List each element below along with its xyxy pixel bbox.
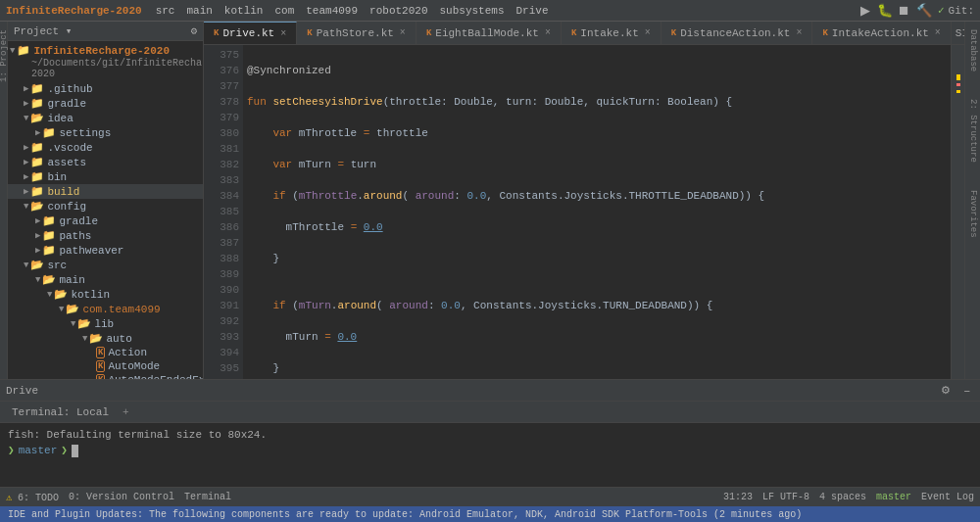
folder-icon: 📁: [30, 141, 44, 154]
tree-item-label: .vscode: [47, 142, 92, 154]
tree-item-vscode[interactable]: ▶ 📁 .vscode: [8, 140, 203, 155]
kt-tab-icon: K: [671, 28, 676, 38]
tab-distanceaction-kt[interactable]: K DistanceAction.kt ×: [662, 22, 813, 44]
version-status[interactable]: 0: Version Control: [69, 492, 174, 502]
folder-icon: 📁: [42, 244, 56, 257]
structure-label[interactable]: 2: Structure: [967, 95, 979, 166]
code-content-area: 375376377378 379380381382 383384385386 3…: [204, 45, 964, 379]
tab-intakeaction-kt[interactable]: K IntakeAction.kt ×: [812, 22, 951, 44]
tree-item-lib[interactable]: ▼ 📂 lib: [8, 316, 203, 331]
code-line: }: [247, 360, 947, 376]
tab-close-icon[interactable]: ×: [280, 28, 286, 39]
tree-item-action[interactable]: K Action: [8, 346, 203, 359]
folder-icon: 📂: [77, 317, 91, 330]
close-panel-icon[interactable]: −: [960, 384, 974, 398]
tree-label: InfiniteRecharge-2020: [33, 45, 170, 57]
tree-item-assets[interactable]: ▶ 📁 assets: [8, 155, 203, 169]
tree-item-label: build: [47, 186, 79, 198]
debug-button[interactable]: 🐛: [875, 1, 895, 21]
menu-item-main[interactable]: main: [180, 3, 218, 19]
tree-item-src[interactable]: ▼ 📂 src: [8, 258, 203, 272]
stop-button[interactable]: ⏹: [895, 1, 914, 21]
menu-item-robot2020[interactable]: robot2020: [364, 3, 433, 19]
menu-item-subsystems[interactable]: subsystems: [434, 3, 511, 19]
tree-item-main[interactable]: ▼ 📂 main: [8, 272, 203, 287]
kt-tab-icon: K: [214, 28, 219, 38]
position-status[interactable]: 31:23: [723, 492, 753, 502]
tab-label: PathStore.kt: [317, 27, 394, 39]
tab-drive-kt[interactable]: K Drive.kt ×: [204, 22, 297, 44]
terminal-tab-local[interactable]: Terminal: Local: [4, 404, 117, 420]
tree-item-paths[interactable]: ▶ 📁 paths: [8, 228, 203, 243]
add-terminal-icon[interactable]: +: [122, 406, 129, 418]
run-button[interactable]: ▶: [856, 1, 875, 21]
tree-item-settings[interactable]: ▶ 📁 settings: [8, 125, 203, 140]
git-branch-status[interactable]: master: [876, 492, 911, 502]
menu-bar: InfiniteRecharge-2020 src main kotlin co…: [0, 0, 980, 22]
menu-item-src[interactable]: src: [150, 3, 181, 19]
database-label[interactable]: Database: [967, 25, 979, 75]
menu-item-com[interactable]: com: [269, 3, 300, 19]
folder-icon: 📁: [42, 229, 56, 242]
tree-item-label: settings: [59, 127, 111, 139]
tree-item-pathweaver[interactable]: ▶ 📁 pathweaver: [8, 243, 203, 258]
kt-tab-icon: K: [307, 28, 312, 38]
settings-icon[interactable]: ⚙: [937, 383, 955, 398]
tree-item-auto[interactable]: ▼ 📂 auto: [8, 331, 203, 346]
git-status-icon: ✓: [938, 4, 945, 17]
tree-item-label: kotlin: [71, 289, 110, 301]
expand-arrow: ▼: [71, 319, 75, 329]
tab-intake-kt[interactable]: K Intake.kt ×: [562, 22, 662, 44]
tab-close-icon[interactable]: ×: [935, 27, 941, 38]
terminal-cursor: [72, 445, 78, 457]
tree-options-icon[interactable]: ⚙: [190, 24, 197, 37]
indent-status[interactable]: 4 spaces: [819, 492, 866, 502]
menu-item-drive[interactable]: Drive: [511, 3, 555, 19]
tree-item-root[interactable]: ▼ 📁 InfiniteRecharge-2020: [8, 43, 203, 58]
tab-close-icon[interactable]: ×: [645, 27, 651, 38]
code-lines[interactable]: @Synchronized fun setCheesyishDrive(thro…: [243, 45, 951, 379]
tab-eightball-kt[interactable]: K EightBallMode.kt ×: [416, 22, 562, 44]
tab-close-icon[interactable]: ×: [545, 27, 551, 38]
tree-item-config[interactable]: ▼ 📂 config: [8, 199, 203, 214]
menu-item-team4099[interactable]: team4099: [300, 3, 364, 19]
project-side-label[interactable]: 1: Project: [0, 25, 10, 86]
kt-icon: K: [96, 347, 105, 358]
tree-item-automode[interactable]: K AutoMode: [8, 359, 203, 373]
folder-icon: 📁: [30, 82, 44, 95]
folder-icon: 📂: [89, 332, 103, 345]
folder-icon: 📁: [42, 126, 56, 139]
right-side-labels: Database 2: Structure Favorites: [964, 22, 980, 379]
tab-more[interactable]: SI ≡: [952, 22, 964, 44]
menu-item-kotlin[interactable]: kotlin: [219, 3, 270, 19]
tree-item-com-team4099[interactable]: ▼ 📂 com.team4099: [8, 302, 203, 316]
notification-bar[interactable]: IDE and Plugin Updates: The following co…: [0, 506, 980, 522]
terminal-status[interactable]: Terminal: [184, 492, 231, 502]
favorites-label[interactable]: Favorites: [967, 186, 979, 242]
tree-item-github[interactable]: ▶ 📁 .github: [8, 81, 203, 96]
tree-item-idea[interactable]: ▼ 📂 idea: [8, 111, 203, 125]
warning-stripe2: [956, 90, 960, 93]
event-log-status[interactable]: Event Log: [921, 492, 974, 502]
code-line: var mThrottle = throttle: [247, 125, 947, 141]
tree-item-build[interactable]: ▶ 📁 build: [8, 184, 203, 199]
tree-title: Project ▾: [14, 24, 72, 37]
expand-arrow: ▼: [35, 275, 40, 285]
expand-arrow: ▶: [24, 83, 28, 94]
tree-item-gradle2[interactable]: ▶ 📁 gradle: [8, 214, 203, 228]
tree-item-bin[interactable]: ▶ 📁 bin: [8, 169, 203, 184]
tab-pathstore-kt[interactable]: K PathStore.kt ×: [297, 22, 416, 44]
encoding-status[interactable]: LF UTF-8: [762, 492, 809, 502]
tree-item-kotlin[interactable]: ▼ 📂 kotlin: [8, 287, 203, 302]
tree-item-label: com.team4099: [82, 304, 160, 315]
code-line: }: [247, 251, 947, 266]
tab-label: Drive.kt: [222, 27, 274, 39]
tree-item-gradle[interactable]: ▶ 📁 gradle: [8, 96, 203, 111]
todo-status[interactable]: ⚠ 6: TODO: [6, 492, 59, 503]
tab-close-icon[interactable]: ×: [796, 27, 802, 38]
build-button[interactable]: 🔨: [914, 1, 934, 21]
tree-item-label: paths: [59, 230, 91, 242]
warning-icon: ⚠: [6, 493, 12, 503]
tab-close-icon[interactable]: ×: [400, 27, 406, 38]
code-line: @Synchronized: [247, 63, 947, 78]
